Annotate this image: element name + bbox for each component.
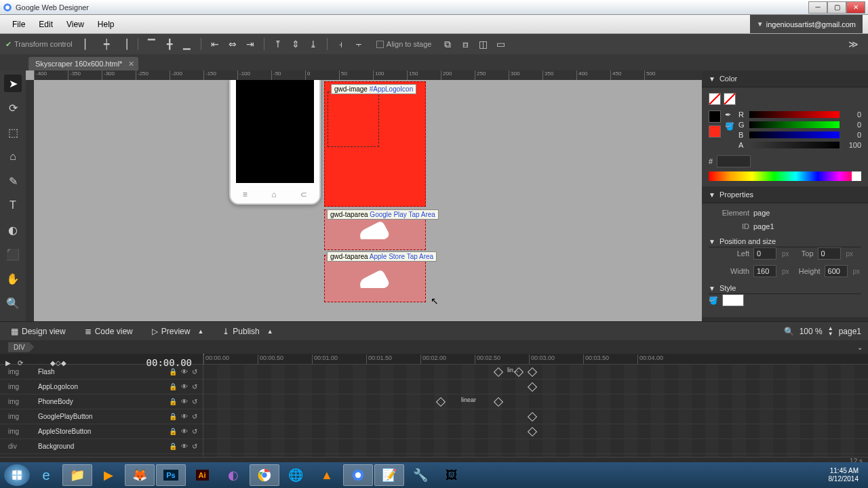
zoom-tool-icon[interactable]: 🔍 xyxy=(4,294,22,312)
toolbar-overflow-icon[interactable]: ≫ xyxy=(844,39,863,49)
element-tool-icon[interactable]: ⬚ xyxy=(4,123,22,141)
align-left-icon[interactable]: ▏ xyxy=(81,37,97,52)
timeline-layer-row[interactable]: imgGooglePlayButton🔒👁↺ xyxy=(0,409,203,424)
timeline-layer-row[interactable]: imgAppleStoreButton🔒👁↺ xyxy=(0,424,203,439)
components-panel-header[interactable]: ▶Components xyxy=(702,317,868,321)
hand-tool-icon[interactable]: ✋ xyxy=(4,270,22,287)
red-slider[interactable] xyxy=(749,111,840,118)
publish-button[interactable]: ⤓Publish▲ xyxy=(218,325,277,338)
align-bottom-icon[interactable]: ▁ xyxy=(179,37,195,52)
lock-icon[interactable]: 🔒 xyxy=(169,413,177,420)
phone-body-image[interactable]: ≡⌂⊂ xyxy=(229,80,321,205)
taskbar-illustrator-icon[interactable]: Ai xyxy=(187,464,217,486)
timeline-layer-row[interactable]: imgAppLogoIcon🔒👁↺ xyxy=(0,380,203,394)
loop-icon[interactable]: ↺ xyxy=(192,413,197,420)
taskbar-gwd-icon[interactable] xyxy=(343,464,373,486)
keyframe[interactable] xyxy=(528,412,537,422)
close-button[interactable]: ✕ xyxy=(846,1,865,14)
timeline-layer-row[interactable]: imgPhoneBody🔒👁↺ xyxy=(0,394,203,409)
left-input[interactable] xyxy=(753,247,776,260)
hex-input[interactable] xyxy=(717,155,751,167)
height-input[interactable] xyxy=(825,265,848,277)
user-account[interactable]: ▼ ingeniousartist@gmail.com xyxy=(750,15,863,33)
lock-icon[interactable]: 🔒 xyxy=(169,383,177,390)
zoom-icon[interactable]: 🔍 xyxy=(784,327,794,336)
selection-tool-icon[interactable]: ➤ xyxy=(4,75,22,92)
lock-icon[interactable]: 🔒 xyxy=(169,368,177,375)
tag-tool-icon[interactable]: ⌂ xyxy=(4,148,22,165)
loop-icon[interactable]: ↺ xyxy=(192,398,197,405)
width-input[interactable] xyxy=(753,265,776,277)
timeline-track[interactable]: linear xyxy=(203,394,868,409)
keyframe[interactable] xyxy=(494,367,503,377)
visibility-icon[interactable]: 👁 xyxy=(181,413,188,420)
menu-help[interactable]: Help xyxy=(91,17,121,32)
timeline-track[interactable] xyxy=(203,439,868,454)
timeline-tracks[interactable]: lin...linear xyxy=(203,365,868,457)
timeline-track[interactable]: lin... xyxy=(203,365,868,380)
fill-tool-icon[interactable]: ◐ xyxy=(4,221,22,239)
timeline-layer-row[interactable]: divBackground🔒👁↺ xyxy=(0,439,203,454)
taskbar-explorer-icon[interactable]: 📁 xyxy=(62,464,92,486)
keyframe[interactable] xyxy=(436,397,446,407)
3d-tool-icon[interactable]: ⬛ xyxy=(4,245,22,263)
taskbar-photos-icon[interactable]: 🖼 xyxy=(437,464,467,486)
eyedropper-icon[interactable]: ✒ xyxy=(725,110,734,119)
menu-edit[interactable]: Edit xyxy=(32,17,60,32)
loop-icon[interactable]: ↺ xyxy=(192,368,197,375)
align-to-stage-checkbox[interactable]: Align to stage xyxy=(376,40,432,48)
document-tab[interactable]: Skyscraper 160x600.html* ✕ xyxy=(28,57,138,70)
responsive3-icon[interactable]: ◫ xyxy=(475,37,491,52)
pos-size-header[interactable]: Position and size xyxy=(719,237,776,245)
taskbar-firefox-icon[interactable]: 🦊 xyxy=(125,464,155,486)
align-hcenter-icon[interactable]: ┿ xyxy=(98,37,115,52)
keyframe[interactable] xyxy=(528,382,537,392)
visibility-icon[interactable]: 👁 xyxy=(181,368,188,375)
align-right-icon[interactable]: ▕ xyxy=(116,37,132,52)
properties-panel-header[interactable]: ▼Properties xyxy=(702,186,868,203)
taskbar-photoshop-icon[interactable]: Ps xyxy=(156,464,186,486)
lock-icon[interactable]: 🔒 xyxy=(169,428,177,435)
design-view-button[interactable]: ▦Design view xyxy=(7,325,70,338)
page-selector[interactable]: page1 xyxy=(839,327,861,336)
distribute-bottom-icon[interactable]: ⤓ xyxy=(305,37,321,52)
taskbar-eclipse-icon[interactable]: ◐ xyxy=(218,464,248,486)
blue-slider[interactable] xyxy=(749,131,840,138)
maximize-button[interactable]: ▢ xyxy=(827,1,846,14)
align-vcenter-icon[interactable]: ╋ xyxy=(161,37,178,52)
spacing-h-icon[interactable]: ⫞ xyxy=(333,37,349,52)
taskbar-app2-icon[interactable]: 🔧 xyxy=(406,464,435,486)
bucket-icon[interactable]: 🪣 xyxy=(709,296,718,305)
bg-color-swatch[interactable] xyxy=(722,294,744,306)
responsive-icon[interactable]: ⧉ xyxy=(439,37,456,52)
minimize-button[interactable]: ─ xyxy=(808,1,827,14)
timeline-track[interactable] xyxy=(203,409,868,424)
distribute-vcenter-icon[interactable]: ⇕ xyxy=(288,37,304,52)
keyframe[interactable] xyxy=(528,427,537,436)
transform-control-checkbox[interactable]: ✔Transform control xyxy=(5,40,73,49)
app-logo-icon-element[interactable] xyxy=(324,81,426,207)
taskbar-notepad-icon[interactable]: 📝 xyxy=(374,464,404,486)
spectrum-picker[interactable] xyxy=(709,171,861,181)
breadcrumb-item[interactable]: DIV xyxy=(8,342,35,352)
timeline-layer-row[interactable]: imgFlash🔒👁↺ xyxy=(0,365,203,380)
timeline-track[interactable] xyxy=(203,424,868,439)
loop-icon[interactable]: ↺ xyxy=(192,443,197,450)
spacing-v-icon[interactable]: ⫟ xyxy=(351,37,367,52)
distribute-right-icon[interactable]: ⇥ xyxy=(242,37,258,52)
taskbar-wmp-icon[interactable]: ▶ xyxy=(94,464,123,486)
lock-icon[interactable]: 🔒 xyxy=(169,443,177,450)
green-slider[interactable] xyxy=(749,121,840,128)
collapse-timeline-icon[interactable]: ⌄ xyxy=(857,344,863,351)
no-stroke-swatch[interactable] xyxy=(709,93,721,105)
top-input[interactable] xyxy=(818,247,841,260)
distribute-top-icon[interactable]: ⤒ xyxy=(270,37,286,52)
bucket-icon[interactable]: 🪣 xyxy=(725,122,734,131)
responsive4-icon[interactable]: ▭ xyxy=(492,37,509,52)
alpha-slider[interactable] xyxy=(749,142,840,148)
menu-view[interactable]: View xyxy=(60,17,91,32)
start-button[interactable] xyxy=(4,464,30,486)
distribute-left-icon[interactable]: ⇤ xyxy=(207,37,223,52)
apple-store-tap-area[interactable] xyxy=(324,255,426,302)
zoom-value[interactable]: 100 % xyxy=(800,327,823,336)
